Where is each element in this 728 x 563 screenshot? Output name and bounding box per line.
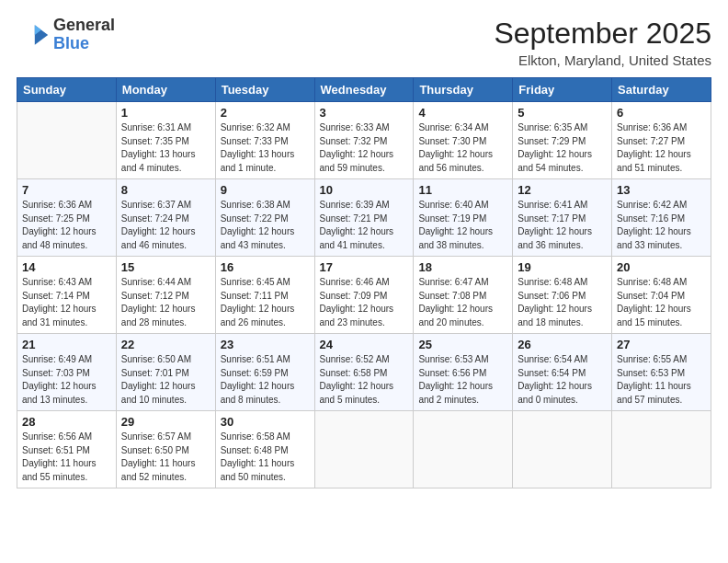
day-info: Sunrise: 6:53 AM Sunset: 6:56 PM Dayligh… [418,353,507,407]
day-info: Sunrise: 6:38 AM Sunset: 7:22 PM Dayligh… [221,199,310,252]
day-number: 25 [418,338,507,351]
weekday-header: Monday [116,78,215,102]
calendar-cell: 16Sunrise: 6:45 AM Sunset: 7:11 PM Dayli… [215,257,314,334]
logo-general: General [53,17,115,35]
calendar-cell: 27Sunrise: 6:55 AM Sunset: 6:53 PM Dayli… [612,334,711,411]
month-title: September 2025 [494,17,711,51]
calendar-cell: 26Sunrise: 6:54 AM Sunset: 6:54 PM Dayli… [513,334,612,411]
day-info: Sunrise: 6:58 AM Sunset: 6:48 PM Dayligh… [221,431,310,484]
header-row: General Blue September 2025 Elkton, Mary… [17,17,711,68]
calendar-cell: 4Sunrise: 6:34 AM Sunset: 7:30 PM Daylig… [414,102,513,179]
logo-text: General Blue [53,17,115,53]
day-info: Sunrise: 6:50 AM Sunset: 7:01 PM Dayligh… [121,353,210,407]
weekday-header: Saturday [612,78,711,102]
calendar-cell: 18Sunrise: 6:47 AM Sunset: 7:08 PM Dayli… [414,257,513,334]
calendar-cell [17,102,117,179]
day-number: 13 [617,183,706,197]
day-info: Sunrise: 6:46 AM Sunset: 7:09 PM Dayligh… [320,276,409,329]
day-number: 16 [221,260,310,274]
calendar-cell: 9Sunrise: 6:38 AM Sunset: 7:22 PM Daylig… [215,179,314,257]
calendar-cell: 22Sunrise: 6:50 AM Sunset: 7:01 PM Dayli… [116,334,215,411]
calendar-cell: 15Sunrise: 6:44 AM Sunset: 7:12 PM Dayli… [116,257,215,334]
calendar-table: SundayMondayTuesdayWednesdayThursdayFrid… [17,77,711,488]
calendar-cell: 17Sunrise: 6:46 AM Sunset: 7:09 PM Dayli… [314,257,414,334]
calendar-cell: 6Sunrise: 6:36 AM Sunset: 7:27 PM Daylig… [612,102,711,179]
calendar-cell: 12Sunrise: 6:41 AM Sunset: 7:17 PM Dayli… [513,179,612,257]
day-info: Sunrise: 6:55 AM Sunset: 6:53 PM Dayligh… [617,353,706,407]
day-info: Sunrise: 6:57 AM Sunset: 6:50 PM Dayligh… [121,431,210,484]
day-info: Sunrise: 6:42 AM Sunset: 7:16 PM Dayligh… [617,199,706,252]
day-info: Sunrise: 6:32 AM Sunset: 7:33 PM Dayligh… [221,121,310,175]
weekday-header: Sunday [17,78,117,102]
title-area: September 2025 Elkton, Maryland, United … [494,17,711,68]
day-number: 27 [617,338,706,351]
day-info: Sunrise: 6:40 AM Sunset: 7:19 PM Dayligh… [418,199,507,252]
day-info: Sunrise: 6:48 AM Sunset: 7:04 PM Dayligh… [617,276,706,329]
day-info: Sunrise: 6:48 AM Sunset: 7:06 PM Dayligh… [518,276,607,329]
day-number: 11 [418,183,507,197]
day-number: 4 [418,106,507,120]
day-number: 24 [320,338,409,351]
calendar-cell: 2Sunrise: 6:32 AM Sunset: 7:33 PM Daylig… [215,102,314,179]
day-number: 30 [221,415,310,429]
day-info: Sunrise: 6:43 AM Sunset: 7:14 PM Dayligh… [22,276,111,329]
day-info: Sunrise: 6:31 AM Sunset: 7:35 PM Dayligh… [121,121,210,175]
day-number: 1 [121,106,210,120]
day-info: Sunrise: 6:36 AM Sunset: 7:27 PM Dayligh… [617,121,706,175]
day-info: Sunrise: 6:33 AM Sunset: 7:32 PM Dayligh… [320,121,409,175]
calendar-cell: 21Sunrise: 6:49 AM Sunset: 7:03 PM Dayli… [17,334,117,411]
day-info: Sunrise: 6:41 AM Sunset: 7:17 PM Dayligh… [518,199,607,252]
page: General Blue September 2025 Elkton, Mary… [0,0,728,563]
calendar-cell: 3Sunrise: 6:33 AM Sunset: 7:32 PM Daylig… [314,102,414,179]
calendar-cell [612,411,711,488]
weekday-header: Wednesday [314,78,414,102]
day-number: 10 [320,183,409,197]
day-info: Sunrise: 6:54 AM Sunset: 6:54 PM Dayligh… [518,353,607,407]
calendar-cell: 29Sunrise: 6:57 AM Sunset: 6:50 PM Dayli… [116,411,215,488]
day-number: 22 [121,338,210,351]
calendar-cell: 19Sunrise: 6:48 AM Sunset: 7:06 PM Dayli… [513,257,612,334]
day-info: Sunrise: 6:35 AM Sunset: 7:29 PM Dayligh… [518,121,607,175]
calendar-cell: 20Sunrise: 6:48 AM Sunset: 7:04 PM Dayli… [612,257,711,334]
day-number: 7 [22,183,111,197]
logo-blue: Blue [53,35,115,53]
calendar-cell: 13Sunrise: 6:42 AM Sunset: 7:16 PM Dayli… [612,179,711,257]
calendar-header-row: SundayMondayTuesdayWednesdayThursdayFrid… [17,78,711,102]
day-info: Sunrise: 6:37 AM Sunset: 7:24 PM Dayligh… [121,199,210,252]
day-number: 29 [121,415,210,429]
calendar-week-row: 21Sunrise: 6:49 AM Sunset: 7:03 PM Dayli… [17,334,711,411]
location-title: Elkton, Maryland, United States [494,52,711,68]
day-info: Sunrise: 6:44 AM Sunset: 7:12 PM Dayligh… [121,276,210,329]
calendar-cell: 10Sunrise: 6:39 AM Sunset: 7:21 PM Dayli… [314,179,414,257]
day-number: 20 [617,260,706,274]
day-number: 2 [221,106,310,120]
day-number: 14 [22,260,111,274]
day-number: 18 [418,260,507,274]
calendar-cell: 8Sunrise: 6:37 AM Sunset: 7:24 PM Daylig… [116,179,215,257]
day-number: 5 [518,106,607,120]
calendar-cell: 23Sunrise: 6:51 AM Sunset: 6:59 PM Dayli… [215,334,314,411]
day-number: 6 [617,106,706,120]
logo-icon [17,18,50,52]
calendar-cell: 30Sunrise: 6:58 AM Sunset: 6:48 PM Dayli… [215,411,314,488]
calendar-cell [314,411,414,488]
calendar-cell: 28Sunrise: 6:56 AM Sunset: 6:51 PM Dayli… [17,411,117,488]
weekday-header: Tuesday [215,78,314,102]
weekday-header: Thursday [414,78,513,102]
calendar-cell [414,411,513,488]
calendar-cell: 1Sunrise: 6:31 AM Sunset: 7:35 PM Daylig… [116,102,215,179]
day-number: 23 [221,338,310,351]
calendar-cell: 24Sunrise: 6:52 AM Sunset: 6:58 PM Dayli… [314,334,414,411]
day-info: Sunrise: 6:52 AM Sunset: 6:58 PM Dayligh… [320,353,409,407]
day-number: 19 [518,260,607,274]
calendar-week-row: 1Sunrise: 6:31 AM Sunset: 7:35 PM Daylig… [17,102,711,179]
calendar-cell [513,411,612,488]
day-info: Sunrise: 6:39 AM Sunset: 7:21 PM Dayligh… [320,199,409,252]
day-number: 28 [22,415,111,429]
day-number: 12 [518,183,607,197]
calendar-week-row: 28Sunrise: 6:56 AM Sunset: 6:51 PM Dayli… [17,411,711,488]
calendar-week-row: 14Sunrise: 6:43 AM Sunset: 7:14 PM Dayli… [17,257,711,334]
day-info: Sunrise: 6:47 AM Sunset: 7:08 PM Dayligh… [418,276,507,329]
day-info: Sunrise: 6:49 AM Sunset: 7:03 PM Dayligh… [22,353,111,407]
day-number: 8 [121,183,210,197]
